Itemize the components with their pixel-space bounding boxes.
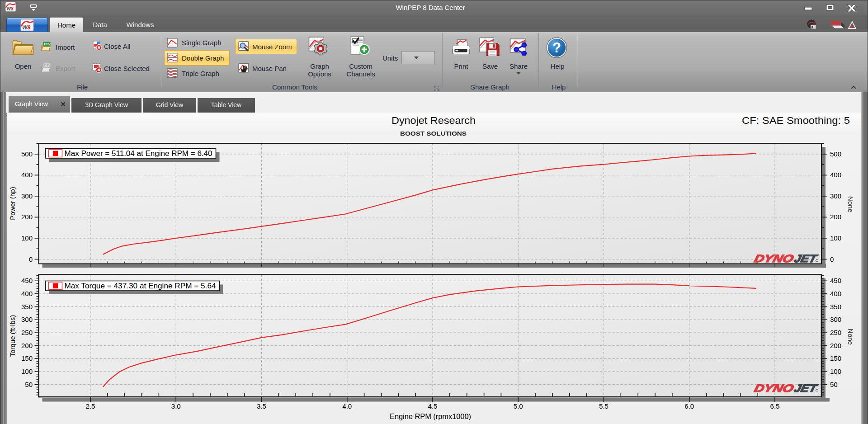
svg-text:350: 350 (21, 303, 33, 311)
svg-text:6.5: 6.5 (770, 402, 780, 410)
svg-text:Max Power = 511.04 at Engine R: Max Power = 511.04 at Engine RPM = 6.40 (65, 149, 212, 157)
svg-text:300: 300 (21, 192, 33, 200)
svg-text:JET: JET (793, 382, 820, 394)
svg-text:Engine RPM (rpmx1000): Engine RPM (rpmx1000) (390, 413, 471, 420)
svg-text:100: 100 (830, 234, 841, 242)
svg-text:3.0: 3.0 (171, 402, 181, 410)
svg-text:None: None (847, 196, 854, 212)
svg-text:500: 500 (830, 150, 841, 158)
svg-text:200: 200 (830, 213, 841, 221)
svg-text:JET: JET (793, 253, 820, 264)
svg-text:Torque (ft-lbs): Torque (ft-lbs) (9, 315, 16, 357)
svg-text:100: 100 (21, 234, 33, 242)
svg-text:400: 400 (830, 290, 841, 297)
svg-text:450: 450 (21, 277, 33, 284)
svg-text:None: None (847, 329, 854, 345)
svg-text:150: 150 (21, 354, 33, 362)
svg-text:300: 300 (830, 316, 841, 323)
svg-text:5.0: 5.0 (514, 402, 523, 410)
svg-text:450: 450 (830, 277, 841, 284)
svg-text:4.5: 4.5 (428, 402, 438, 410)
svg-text:Dynojet Research: Dynojet Research (392, 115, 476, 126)
svg-text:0: 0 (29, 255, 33, 263)
svg-text:300: 300 (830, 192, 841, 200)
svg-text:150: 150 (830, 354, 841, 362)
svg-text:400: 400 (830, 171, 841, 179)
svg-text:250: 250 (830, 329, 841, 336)
svg-text:BOOST SOLUTIONS: BOOST SOLUTIONS (400, 130, 467, 137)
svg-text:Power (hp): Power (hp) (9, 187, 16, 220)
svg-text:CF: SAE Smoothing: 5: CF: SAE Smoothing: 5 (742, 115, 850, 126)
svg-text:200: 200 (21, 213, 33, 221)
svg-text:50: 50 (25, 381, 33, 388)
svg-text:4.0: 4.0 (342, 402, 352, 410)
svg-text:2.5: 2.5 (86, 402, 95, 410)
svg-text:200: 200 (830, 342, 841, 349)
svg-text:0: 0 (830, 255, 834, 263)
svg-text:350: 350 (830, 303, 841, 311)
svg-text:5.5: 5.5 (599, 402, 609, 410)
svg-text:6.0: 6.0 (684, 402, 694, 410)
svg-text:3.5: 3.5 (257, 402, 266, 410)
svg-text:500: 500 (21, 150, 33, 158)
svg-text:100: 100 (21, 367, 33, 375)
svg-text:50: 50 (830, 381, 838, 388)
svg-text:250: 250 (21, 329, 33, 336)
svg-text:100: 100 (830, 367, 841, 375)
svg-text:Max Torque = 437.30 at Engine: Max Torque = 437.30 at Engine RPM = 5.64 (65, 282, 216, 290)
svg-text:DYNO: DYNO (753, 253, 795, 264)
svg-text:400: 400 (21, 290, 33, 297)
svg-text:DYNO: DYNO (753, 382, 795, 394)
svg-text:200: 200 (21, 342, 33, 349)
svg-text:300: 300 (21, 316, 33, 323)
svg-text:400: 400 (21, 171, 33, 179)
